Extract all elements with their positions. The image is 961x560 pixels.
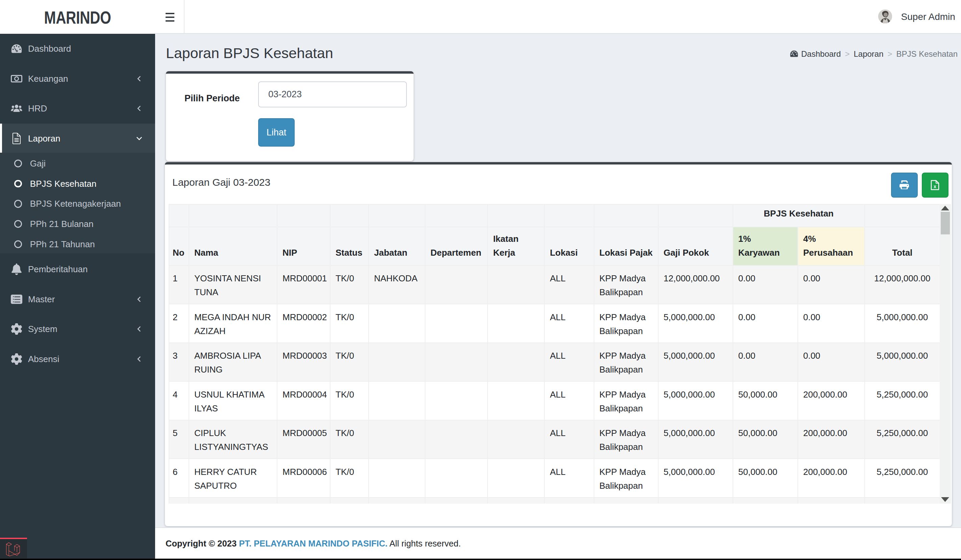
svg-text:x: x (934, 184, 936, 189)
